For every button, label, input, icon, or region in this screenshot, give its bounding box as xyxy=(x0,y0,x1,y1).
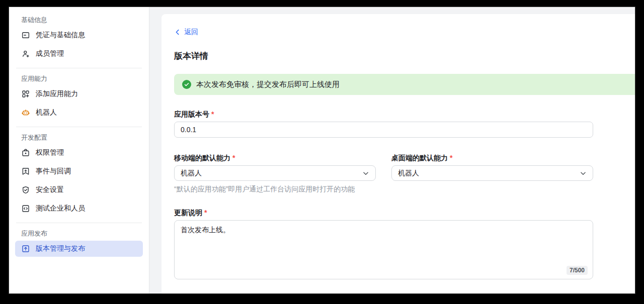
desktop-capability-value: 机器人 xyxy=(398,169,419,178)
sidebar-item-label: 添加应用能力 xyxy=(36,89,78,98)
mobile-capability-label: 移动端的默认能力* xyxy=(174,153,376,163)
sidebar: 基础信息 凭证与基础信息 成员管理 应用能力 xyxy=(9,7,149,293)
event-callback-icon xyxy=(21,167,30,176)
permission-icon xyxy=(21,148,30,157)
required-mark: * xyxy=(211,110,214,118)
mobile-capability-value: 机器人 xyxy=(181,169,202,178)
required-mark: * xyxy=(450,154,452,162)
sidebar-item-permissions[interactable]: 权限管理 xyxy=(15,145,143,161)
sidebar-item-label: 事件与回调 xyxy=(36,167,71,176)
app-window: 基础信息 凭证与基础信息 成员管理 应用能力 xyxy=(9,7,635,294)
sidebar-item-members[interactable]: 成员管理 xyxy=(15,46,143,62)
sidebar-item-label: 版本管理与发布 xyxy=(36,244,85,253)
mobile-capability-select[interactable]: 机器人 xyxy=(174,165,376,181)
sidebar-section-release: 应用发布 xyxy=(21,229,137,238)
chevron-down-icon xyxy=(362,170,369,177)
no-review-banner: 本次发布免审核，提交发布后即可上线使用 xyxy=(174,74,635,95)
desktop-capability-select[interactable]: 机器人 xyxy=(391,165,593,181)
sidebar-item-label: 权限管理 xyxy=(36,148,64,157)
sidebar-item-test-org[interactable]: 测试企业和人员 xyxy=(15,200,143,217)
version-release-icon xyxy=(21,244,30,253)
sidebar-item-label: 安全设置 xyxy=(36,185,64,194)
banner-text: 本次发布免审核，提交发布后即可上线使用 xyxy=(196,80,340,89)
version-detail-card: 返回 版本详情 本次发布免审核，提交发布后即可上线使用 应用版本号* xyxy=(162,14,635,293)
version-field: 应用版本号* xyxy=(174,109,593,138)
sidebar-divider xyxy=(16,68,142,68)
sidebar-item-add-capability[interactable]: 添加应用能力 xyxy=(15,86,143,102)
sidebar-section-dev-config: 开发配置 xyxy=(21,133,137,142)
sidebar-item-events[interactable]: 事件与回调 xyxy=(15,163,143,179)
robot-icon xyxy=(21,108,30,117)
char-counter: 7/500 xyxy=(567,266,588,275)
sidebar-item-label: 机器人 xyxy=(36,108,57,117)
test-code-icon xyxy=(21,204,30,213)
notes-label: 更新说明* xyxy=(174,208,593,218)
security-shield-icon xyxy=(21,185,30,194)
notes-textarea-box: 首次发布上线。 7/500 xyxy=(174,220,593,279)
mobile-capability-field: 移动端的默认能力* 机器人 “默认的应用功能”即用户通过工作台访问应用时打开的功… xyxy=(174,153,376,194)
credential-icon xyxy=(21,31,30,40)
sidebar-item-version-release[interactable]: 版本管理与发布 xyxy=(15,241,143,257)
sidebar-item-label: 测试企业和人员 xyxy=(36,204,85,213)
chevron-left-icon xyxy=(174,29,181,36)
notes-textarea[interactable]: 首次发布上线。 xyxy=(175,221,593,279)
main-content: 返回 版本详情 本次发布免审核，提交发布后即可上线使用 应用版本号* xyxy=(149,7,635,293)
sidebar-item-credentials[interactable]: 凭证与基础信息 xyxy=(15,27,143,43)
back-button[interactable]: 返回 xyxy=(174,27,198,37)
version-input[interactable] xyxy=(174,122,593,138)
notes-field: 更新说明* 首次发布上线。 7/500 xyxy=(174,208,593,279)
check-circle-icon xyxy=(182,80,191,89)
page-title: 版本详情 xyxy=(174,50,635,62)
sidebar-divider xyxy=(16,223,142,223)
required-mark: * xyxy=(204,209,207,217)
version-label: 应用版本号* xyxy=(174,109,593,119)
required-mark: * xyxy=(232,154,235,162)
capability-row: 移动端的默认能力* 机器人 “默认的应用功能”即用户通过工作台访问应用时打开的功… xyxy=(174,153,593,194)
sidebar-section-capabilities: 应用能力 xyxy=(21,74,137,83)
add-capability-icon xyxy=(21,89,30,98)
sidebar-divider xyxy=(16,127,142,127)
desktop-capability-field: 桌面端的默认能力* 机器人 xyxy=(391,153,593,194)
desktop-capability-label: 桌面端的默认能力* xyxy=(391,153,593,163)
sidebar-item-security[interactable]: 安全设置 xyxy=(15,182,143,198)
member-add-icon xyxy=(21,49,30,58)
sidebar-item-bot[interactable]: 机器人 xyxy=(15,105,143,121)
capability-hint: “默认的应用功能”即用户通过工作台访问应用时打开的功能 xyxy=(174,185,376,194)
back-label: 返回 xyxy=(184,28,198,37)
sidebar-item-label: 成员管理 xyxy=(36,49,64,58)
sidebar-section-basic-info: 基础信息 xyxy=(21,16,137,25)
chevron-down-icon xyxy=(580,170,587,177)
sidebar-item-label: 凭证与基础信息 xyxy=(36,31,85,40)
